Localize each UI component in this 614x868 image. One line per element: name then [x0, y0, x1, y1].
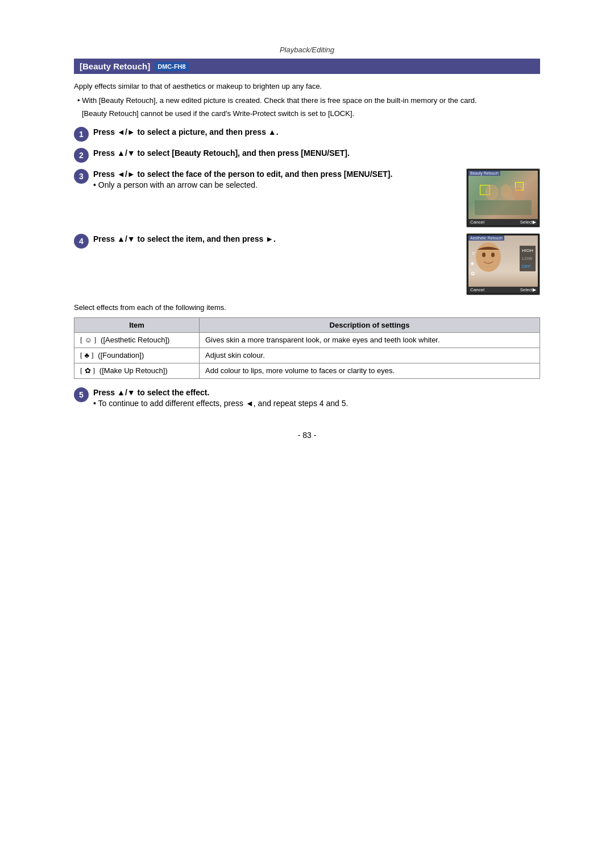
icon-makeup: [ ✿ ]: [80, 366, 95, 375]
step2-row: 2 Press ▲/▼ to select [Beauty Retouch], …: [74, 147, 540, 163]
table-row: [ ☺ ] ([Aesthetic Retouch]) Gives skin a…: [74, 333, 540, 348]
step4-text: Press ▲/▼ to select the item, and then p…: [93, 234, 276, 243]
table-cell-desc3: Add colour to lips, more volume to faces…: [200, 363, 540, 379]
table-cell-item1: [ ☺ ] ([Aesthetic Retouch]): [74, 333, 200, 348]
table-cell-desc2: Adjust skin colour.: [200, 348, 540, 363]
step5-text: Press ▲/▼ to select the effect.: [93, 388, 209, 397]
icon-aesthetic: [ ☺ ]: [80, 336, 96, 344]
section-header: [Beauty Retouch] DMC-FH8: [74, 59, 540, 74]
step3-container: 3 Press ◄/► to select the face of the pe…: [74, 168, 540, 228]
svg-point-1: [500, 184, 512, 198]
step5-content: Press ▲/▼ to select the effect. • To con…: [93, 387, 348, 408]
icon-foundation: [ ♣ ]: [80, 351, 94, 359]
cam-label-step4: Aesthetic Retouch: [468, 235, 504, 241]
step1-row: 1 Press ◄/► to select a picture, and the…: [74, 126, 540, 142]
select-effects-text: Select effects from each of the followin…: [74, 303, 540, 312]
step1-number: 1: [74, 127, 89, 142]
section-title: [Beauty Retouch]: [80, 61, 150, 71]
effects-table: Item Description of settings [ ☺ ] ([Aes…: [74, 317, 540, 379]
step5-row: 5 Press ▲/▼ to select the effect. • To c…: [74, 387, 540, 408]
step1-text: Press ◄/► to select a picture, and then …: [93, 126, 540, 138]
item-label-aesthetic: ([Aesthetic Retouch]): [101, 336, 169, 344]
cam-screen-step3: Beauty Retouch Cancel Select▶: [466, 168, 540, 228]
cam-cancel-step3: Cancel: [470, 220, 484, 225]
step3-image: Beauty Retouch Cancel Select▶: [466, 168, 540, 228]
step4-container: 4 Press ▲/▼ to select the item, and then…: [74, 233, 540, 295]
item-label-foundation: ([Foundation]): [98, 351, 144, 359]
item-label-makeup: ([Make Up Retouch]): [99, 366, 168, 375]
svg-point-4: [476, 242, 501, 272]
cam-screen-step4: Aesthetic Retouch HIGH LOW OFF: [466, 233, 540, 295]
page-number: - 83 -: [74, 431, 540, 440]
svg-rect-3: [475, 200, 532, 215]
svg-point-2: [512, 187, 522, 200]
svg-point-5: [482, 253, 486, 257]
step3-number: 3: [74, 169, 89, 184]
step5-subnote: • To continue to add different effects, …: [93, 399, 348, 408]
cam-select-step4: Select▶: [520, 287, 536, 292]
svg-point-0: [485, 184, 499, 200]
table-header-desc: Description of settings: [200, 318, 540, 333]
step3-text: Press ◄/► to select the face of the pers…: [93, 170, 392, 179]
dmc-badge: DMC-FH8: [155, 62, 189, 71]
cam-select-step3: Select▶: [520, 220, 536, 225]
step3-subnote: • Only a person with an arrow can be sel…: [93, 180, 258, 189]
step4-number: 4: [74, 234, 89, 249]
step2-number: 2: [74, 148, 89, 163]
table-header-item: Item: [74, 318, 200, 333]
cam-screen4-bottom: Cancel Select▶: [468, 287, 538, 293]
table-cell-item2: [ ♣ ] ([Foundation]): [74, 348, 200, 363]
step3-content: Press ◄/► to select the face of the pers…: [93, 168, 462, 189]
svg-point-6: [491, 253, 495, 257]
table-row: [ ✿ ] ([Make Up Retouch]) Add colour to …: [74, 363, 540, 379]
table-row: [ ♣ ] ([Foundation]) Adjust skin colour.: [74, 348, 540, 363]
step4-image: Aesthetic Retouch HIGH LOW OFF: [466, 233, 540, 295]
step4-content: Press ▲/▼ to select the item, and then p…: [93, 233, 462, 245]
cam-screen3-bottom: Cancel Select▶: [468, 219, 538, 225]
step5-number: 5: [74, 387, 89, 402]
intro-sub: [Beauty Retouch] cannot be used if the c…: [74, 108, 540, 120]
cam-cancel-step4: Cancel: [470, 287, 484, 292]
intro-bullet: • With [Beauty Retouch], a new edited pi…: [74, 95, 540, 107]
table-cell-item3: [ ✿ ] ([Make Up Retouch]): [74, 363, 200, 379]
intro-line1: Apply effects similar to that of aesthet…: [74, 81, 540, 93]
page-subtitle: Playback/Editing: [74, 46, 540, 54]
table-cell-desc1: Gives skin a more transparent look, or m…: [200, 333, 540, 348]
step2-text: Press ▲/▼ to select [Beauty Retouch], an…: [93, 147, 540, 159]
